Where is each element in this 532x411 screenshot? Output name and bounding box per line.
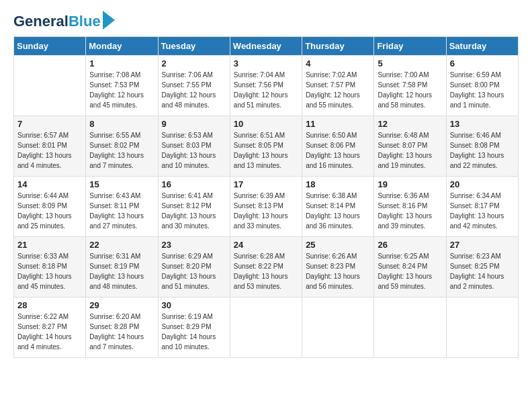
day-info: Sunrise: 6:57 AMSunset: 8:01 PMDaylight:… — [17, 130, 82, 171]
calendar-week-row: 28Sunrise: 6:22 AMSunset: 8:27 PMDayligh… — [14, 298, 519, 358]
calendar-empty-cell — [446, 298, 518, 358]
day-info: Sunrise: 6:41 AMSunset: 8:12 PMDaylight:… — [162, 191, 226, 231]
day-info: Sunrise: 6:29 AMSunset: 8:20 PMDaylight:… — [162, 251, 226, 291]
day-info: Sunrise: 6:23 AMSunset: 8:25 PMDaylight:… — [450, 251, 515, 291]
day-info: Sunrise: 6:20 AMSunset: 8:28 PMDaylight:… — [89, 312, 154, 352]
day-info: Sunrise: 7:04 AMSunset: 7:56 PMDaylight:… — [234, 70, 298, 110]
weekday-header-saturday: Saturday — [446, 37, 518, 56]
day-number: 22 — [89, 240, 154, 250]
calendar-week-row: 1Sunrise: 7:08 AMSunset: 7:53 PMDaylight… — [14, 56, 519, 116]
day-number: 16 — [162, 179, 226, 189]
day-number: 2 — [162, 58, 226, 68]
weekday-header-wednesday: Wednesday — [230, 37, 302, 56]
day-number: 1 — [89, 58, 154, 68]
day-info: Sunrise: 6:55 AMSunset: 8:02 PMDaylight:… — [89, 130, 154, 171]
day-number: 20 — [450, 179, 515, 189]
day-number: 13 — [450, 119, 515, 129]
calendar-day-cell: 9Sunrise: 6:53 AMSunset: 8:03 PMDaylight… — [158, 116, 230, 177]
day-info: Sunrise: 6:22 AMSunset: 8:27 PMDaylight:… — [17, 312, 82, 352]
weekday-header-thursday: Thursday — [302, 37, 374, 56]
day-info: Sunrise: 6:26 AMSunset: 8:23 PMDaylight:… — [306, 251, 370, 291]
calendar-empty-cell — [374, 298, 446, 358]
calendar-day-cell: 11Sunrise: 6:50 AMSunset: 8:06 PMDayligh… — [302, 116, 374, 177]
calendar-empty-cell — [230, 298, 302, 358]
day-number: 4 — [306, 58, 370, 68]
weekday-header-sunday: Sunday — [14, 37, 86, 56]
calendar-day-cell: 23Sunrise: 6:29 AMSunset: 8:20 PMDayligh… — [158, 237, 230, 298]
page-container: GeneralBlue SundayMondayTuesdayWednesday… — [13, 13, 519, 358]
day-number: 30 — [162, 300, 226, 310]
calendar-day-cell: 3Sunrise: 7:04 AMSunset: 7:56 PMDaylight… — [230, 56, 302, 116]
day-number: 23 — [162, 240, 226, 250]
calendar-day-cell: 14Sunrise: 6:44 AMSunset: 8:09 PMDayligh… — [14, 177, 86, 237]
logo-arrow-icon — [103, 11, 115, 30]
calendar-day-cell: 18Sunrise: 6:38 AMSunset: 8:14 PMDayligh… — [302, 177, 374, 237]
day-info: Sunrise: 7:00 AMSunset: 7:58 PMDaylight:… — [378, 70, 442, 110]
day-number: 27 — [450, 240, 515, 250]
day-number: 5 — [378, 58, 442, 68]
weekday-header-friday: Friday — [374, 37, 446, 56]
page-header: GeneralBlue — [13, 13, 519, 30]
calendar-day-cell: 22Sunrise: 6:31 AMSunset: 8:19 PMDayligh… — [86, 237, 158, 298]
day-info: Sunrise: 6:44 AMSunset: 8:09 PMDaylight:… — [17, 191, 82, 231]
weekday-header-monday: Monday — [86, 37, 158, 56]
day-number: 24 — [234, 240, 298, 250]
logo-text-line1: GeneralBlue — [13, 13, 101, 30]
day-number: 14 — [17, 179, 82, 189]
day-number: 12 — [378, 119, 442, 129]
calendar-day-cell: 15Sunrise: 6:43 AMSunset: 8:11 PMDayligh… — [86, 177, 158, 237]
calendar-day-cell: 5Sunrise: 7:00 AMSunset: 7:58 PMDaylight… — [374, 56, 446, 116]
day-info: Sunrise: 6:53 AMSunset: 8:03 PMDaylight:… — [162, 130, 226, 171]
calendar-week-row: 14Sunrise: 6:44 AMSunset: 8:09 PMDayligh… — [14, 177, 519, 237]
calendar-day-cell: 29Sunrise: 6:20 AMSunset: 8:28 PMDayligh… — [86, 298, 158, 358]
calendar-day-cell: 7Sunrise: 6:57 AMSunset: 8:01 PMDaylight… — [14, 116, 86, 177]
day-number: 21 — [17, 240, 82, 250]
calendar-day-cell: 25Sunrise: 6:26 AMSunset: 8:23 PMDayligh… — [302, 237, 374, 298]
day-number: 3 — [234, 58, 298, 68]
day-info: Sunrise: 6:50 AMSunset: 8:06 PMDaylight:… — [306, 130, 370, 171]
calendar-day-cell: 30Sunrise: 6:19 AMSunset: 8:29 PMDayligh… — [158, 298, 230, 358]
day-number: 17 — [234, 179, 298, 189]
day-info: Sunrise: 6:36 AMSunset: 8:16 PMDaylight:… — [378, 191, 442, 231]
day-info: Sunrise: 6:48 AMSunset: 8:07 PMDaylight:… — [378, 130, 442, 171]
weekday-header-tuesday: Tuesday — [158, 37, 230, 56]
calendar-day-cell: 17Sunrise: 6:39 AMSunset: 8:13 PMDayligh… — [230, 177, 302, 237]
calendar-table: SundayMondayTuesdayWednesdayThursdayFrid… — [13, 36, 519, 358]
calendar-day-cell: 13Sunrise: 6:46 AMSunset: 8:08 PMDayligh… — [446, 116, 518, 177]
calendar-day-cell: 16Sunrise: 6:41 AMSunset: 8:12 PMDayligh… — [158, 177, 230, 237]
calendar-day-cell: 1Sunrise: 7:08 AMSunset: 7:53 PMDaylight… — [86, 56, 158, 116]
calendar-day-cell: 12Sunrise: 6:48 AMSunset: 8:07 PMDayligh… — [374, 116, 446, 177]
calendar-header-row: SundayMondayTuesdayWednesdayThursdayFrid… — [14, 37, 519, 56]
day-number: 28 — [17, 300, 82, 310]
calendar-day-cell: 6Sunrise: 6:59 AMSunset: 8:00 PMDaylight… — [446, 56, 518, 116]
calendar-day-cell: 2Sunrise: 7:06 AMSunset: 7:55 PMDaylight… — [158, 56, 230, 116]
day-info: Sunrise: 6:33 AMSunset: 8:18 PMDaylight:… — [17, 251, 82, 291]
day-number: 15 — [89, 179, 154, 189]
logo: GeneralBlue — [13, 13, 115, 30]
day-number: 10 — [234, 119, 298, 129]
day-number: 7 — [17, 119, 82, 129]
day-number: 9 — [162, 119, 226, 129]
day-info: Sunrise: 7:06 AMSunset: 7:55 PMDaylight:… — [162, 70, 226, 110]
calendar-empty-cell — [14, 56, 86, 116]
day-number: 26 — [378, 240, 442, 250]
day-info: Sunrise: 6:25 AMSunset: 8:24 PMDaylight:… — [378, 251, 442, 291]
calendar-week-row: 21Sunrise: 6:33 AMSunset: 8:18 PMDayligh… — [14, 237, 519, 298]
calendar-day-cell: 28Sunrise: 6:22 AMSunset: 8:27 PMDayligh… — [14, 298, 86, 358]
calendar-day-cell: 26Sunrise: 6:25 AMSunset: 8:24 PMDayligh… — [374, 237, 446, 298]
day-info: Sunrise: 6:28 AMSunset: 8:22 PMDaylight:… — [234, 251, 298, 291]
day-number: 25 — [306, 240, 370, 250]
day-info: Sunrise: 6:43 AMSunset: 8:11 PMDaylight:… — [89, 191, 154, 231]
calendar-day-cell: 20Sunrise: 6:34 AMSunset: 8:17 PMDayligh… — [446, 177, 518, 237]
calendar-day-cell: 24Sunrise: 6:28 AMSunset: 8:22 PMDayligh… — [230, 237, 302, 298]
calendar-empty-cell — [302, 298, 374, 358]
day-number: 8 — [89, 119, 154, 129]
calendar-day-cell: 27Sunrise: 6:23 AMSunset: 8:25 PMDayligh… — [446, 237, 518, 298]
day-info: Sunrise: 6:51 AMSunset: 8:05 PMDaylight:… — [234, 130, 298, 171]
calendar-day-cell: 10Sunrise: 6:51 AMSunset: 8:05 PMDayligh… — [230, 116, 302, 177]
calendar-day-cell: 4Sunrise: 7:02 AMSunset: 7:57 PMDaylight… — [302, 56, 374, 116]
day-info: Sunrise: 6:31 AMSunset: 8:19 PMDaylight:… — [89, 251, 154, 291]
day-info: Sunrise: 7:02 AMSunset: 7:57 PMDaylight:… — [306, 70, 370, 110]
day-info: Sunrise: 6:19 AMSunset: 8:29 PMDaylight:… — [162, 312, 226, 352]
calendar-day-cell: 21Sunrise: 6:33 AMSunset: 8:18 PMDayligh… — [14, 237, 86, 298]
